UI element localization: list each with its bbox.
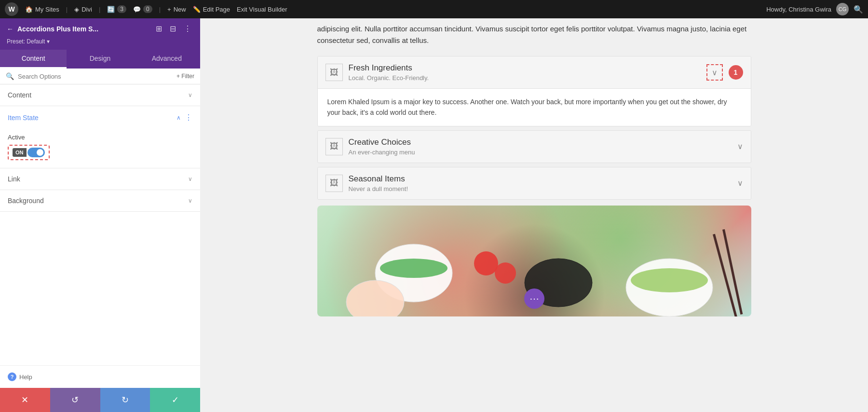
sidebar-search-row: 🔍 + Filter bbox=[0, 69, 200, 84]
active-toggle-container: ON bbox=[8, 145, 50, 160]
top-bar: W 🏠 My Sites | ◈ Divi | 🔄 3 💬 0 | + New … bbox=[0, 0, 868, 18]
content-area: adipiscing elit. Nulla porttitor accumsa… bbox=[200, 18, 868, 412]
accordion-badge-1: 1 bbox=[729, 65, 743, 80]
layout-icon[interactable]: ⊟ bbox=[168, 23, 178, 34]
cancel-button[interactable]: ✕ bbox=[0, 388, 50, 412]
avatar: CG bbox=[836, 3, 849, 15]
chevron-down-icon: ∨ bbox=[737, 179, 743, 188]
accordion-item-2: 🖼 Creative Choices An ever-changing menu… bbox=[317, 130, 751, 163]
tab-advanced[interactable]: Advanced bbox=[134, 50, 200, 69]
sidebar-tabs: Content Design Advanced bbox=[0, 50, 200, 69]
sidebar-title: Accordions Plus Item S... bbox=[17, 25, 150, 33]
content-inner: adipiscing elit. Nulla porttitor accumsa… bbox=[308, 18, 761, 321]
accordion-header-2[interactable]: 🖼 Creative Choices An ever-changing menu… bbox=[318, 131, 751, 163]
accordion-title-group-1: Fresh Ingredients Local. Organic. Eco-Fr… bbox=[349, 63, 701, 82]
accordion-subtitle-3: Never a dull moment! bbox=[349, 185, 732, 192]
chevron-down-icon: ∨ bbox=[188, 92, 192, 98]
accordion-subtitle-1: Local. Organic. Eco-Friendly. bbox=[349, 74, 701, 82]
filter-button[interactable]: + Filter bbox=[176, 73, 194, 80]
sidebar-body: Content ∨ Item State ∧ ⋮ Active ON bbox=[0, 84, 200, 365]
accordion-title-3: Seasonal Items bbox=[349, 174, 732, 184]
help-icon[interactable]: ? bbox=[8, 372, 16, 381]
my-sites-link[interactable]: 🏠 My Sites bbox=[25, 6, 59, 13]
search-icon: 🔍 bbox=[6, 72, 14, 80]
accordion-title-2: Creative Choices bbox=[349, 137, 732, 147]
fab-button[interactable]: ⋯ bbox=[524, 288, 544, 309]
accordion-header-3[interactable]: 🖼 Seasonal Items Never a dull moment! ∨ bbox=[318, 167, 751, 199]
accordion-header-1: 🖼 Fresh Ingredients Local. Organic. Eco-… bbox=[318, 56, 751, 88]
section-background-header[interactable]: Background ∨ bbox=[0, 190, 200, 211]
section-link-header[interactable]: Link ∨ bbox=[0, 168, 200, 190]
accordion-image-icon-1: 🖼 bbox=[326, 64, 343, 81]
main-layout: ← Accordions Plus Item S... ⊞ ⊟ ⋮ Preset… bbox=[0, 18, 868, 412]
tab-design[interactable]: Design bbox=[67, 50, 133, 69]
pencil-icon: ✏️ bbox=[193, 6, 201, 13]
section-content-header[interactable]: Content ∨ bbox=[0, 84, 200, 106]
back-icon[interactable]: ← bbox=[7, 25, 14, 33]
wp-icon[interactable]: W bbox=[5, 2, 18, 16]
accordion-subtitle-2: An ever-changing menu bbox=[349, 149, 732, 156]
accordion-title-group-3: Seasonal Items Never a dull moment! bbox=[349, 174, 732, 192]
divi-icon: ◈ bbox=[74, 6, 79, 13]
item-state-body: Active ON bbox=[0, 129, 200, 168]
more-options-icon[interactable]: ⋮ bbox=[182, 23, 193, 34]
accordion-item-1: 🖼 Fresh Ingredients Local. Organic. Eco-… bbox=[317, 56, 751, 126]
accordion-edit-button-1[interactable]: ∨ bbox=[706, 64, 723, 81]
accordion-body-1: Lorem Khaled Ipsum is a major key to suc… bbox=[318, 88, 751, 126]
section-content: Content ∨ bbox=[0, 84, 200, 106]
edit-page-button[interactable]: ✏️ Edit Page bbox=[193, 6, 230, 13]
sidebar: ← Accordions Plus Item S... ⊞ ⊟ ⋮ Preset… bbox=[0, 18, 200, 412]
help-label: Help bbox=[19, 373, 32, 381]
sidebar-footer: ? Help bbox=[0, 365, 200, 388]
sidebar-header: ← Accordions Plus Item S... ⊞ ⊟ ⋮ Preset… bbox=[0, 18, 200, 50]
svg-point-4 bbox=[631, 268, 708, 292]
sidebar-title-row: ← Accordions Plus Item S... ⊞ ⊟ ⋮ bbox=[7, 23, 193, 38]
user-label: Howdy, Christina Gwira bbox=[766, 6, 831, 13]
chevron-up-icon: ∧ bbox=[176, 114, 181, 121]
exit-visual-builder-button[interactable]: Exit Visual Builder bbox=[237, 6, 287, 13]
active-label: Active bbox=[8, 134, 192, 141]
divi-link[interactable]: ◈ Divi bbox=[74, 6, 92, 13]
top-bar-right: Howdy, Christina Gwira CG 🔍 bbox=[766, 3, 863, 15]
tab-content[interactable]: Content bbox=[0, 50, 67, 69]
svg-point-7 bbox=[495, 262, 516, 284]
plus-icon: + bbox=[167, 6, 171, 13]
food-image-section: ⋯ bbox=[317, 206, 751, 316]
sites-icon: 🏠 bbox=[25, 6, 33, 13]
resize-icon[interactable]: ⊞ bbox=[154, 23, 164, 34]
comments-count[interactable]: 🔄 3 bbox=[107, 5, 126, 13]
active-toggle[interactable] bbox=[27, 148, 45, 157]
intro-paragraph: adipiscing elit. Nulla porttitor accumsa… bbox=[317, 23, 751, 46]
section-background: Background ∨ bbox=[0, 190, 200, 212]
section-item-state-header[interactable]: Item State ∧ ⋮ bbox=[0, 106, 200, 129]
toggle-on-label: ON bbox=[13, 148, 27, 157]
redo-button[interactable]: ↻ bbox=[100, 388, 150, 412]
accordion-item-3: 🖼 Seasonal Items Never a dull moment! ∨ bbox=[317, 167, 751, 200]
section-item-state: Item State ∧ ⋮ Active ON bbox=[0, 106, 200, 168]
comment-icon: 💬 bbox=[133, 6, 141, 13]
comments-link[interactable]: 💬 0 bbox=[133, 5, 152, 13]
search-input[interactable] bbox=[18, 73, 173, 80]
section-link: Link ∨ bbox=[0, 168, 200, 190]
chevron-down-icon: ∨ bbox=[188, 197, 192, 204]
more-options-icon[interactable]: ⋮ bbox=[185, 113, 192, 122]
accordion-title-1: Fresh Ingredients bbox=[349, 63, 701, 73]
undo-button[interactable]: ↺ bbox=[50, 388, 100, 412]
save-button[interactable]: ✓ bbox=[150, 388, 200, 412]
chevron-down-icon: ∨ bbox=[188, 176, 192, 182]
svg-point-6 bbox=[474, 251, 498, 275]
bottom-action-bar: ✕ ↺ ↻ ✓ bbox=[0, 388, 200, 412]
new-button[interactable]: + New bbox=[167, 6, 186, 13]
chevron-down-icon: ∨ bbox=[737, 142, 743, 151]
svg-point-1 bbox=[380, 259, 448, 278]
refresh-icon: 🔄 bbox=[107, 6, 115, 13]
preset-selector[interactable]: Preset: Default ▾ bbox=[7, 38, 193, 50]
accordion-image-icon-3: 🖼 bbox=[326, 175, 343, 192]
accordion-title-group-2: Creative Choices An ever-changing menu bbox=[349, 137, 732, 156]
accordion-image-icon-2: 🖼 bbox=[326, 138, 343, 155]
search-icon[interactable]: 🔍 bbox=[854, 5, 863, 14]
